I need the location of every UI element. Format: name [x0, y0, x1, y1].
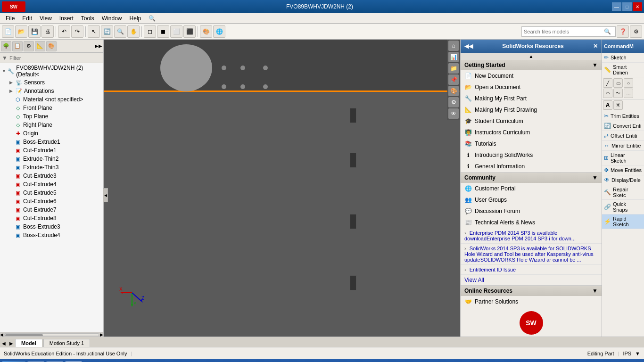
rp-discussion-forum[interactable]: 💬 Discussion Forum	[461, 206, 602, 217]
menu-view[interactable]: View	[36, 14, 56, 23]
vp-settings-icon[interactable]: ⚙	[448, 97, 459, 107]
rp-first-part[interactable]: 🔧 Making My First Part	[461, 93, 602, 104]
cmd-linear-sketch[interactable]: ⊞ Linear Sketch	[602, 151, 644, 165]
resources-panel-close[interactable]: ✕	[593, 43, 598, 49]
config-tab[interactable]: ⚙	[24, 41, 34, 51]
root-collapse-arrow[interactable]: ▼	[2, 69, 6, 74]
online-resources-header[interactable]: Online Resources ▼	[461, 286, 602, 296]
print-button[interactable]: 🖨	[41, 25, 54, 38]
rp-view-all[interactable]: View All	[461, 275, 602, 285]
redo-button[interactable]: ↷	[71, 25, 83, 38]
open-button[interactable]: 📂	[15, 25, 27, 38]
menu-tools[interactable]: Tools	[77, 14, 98, 23]
news-item-2[interactable]: › SolidWorks 2014 SP3 is available for S…	[461, 244, 602, 265]
cmd-move-entities[interactable]: ✥ Move Entities	[602, 165, 644, 175]
cmd-sketch[interactable]: ✏ Sketch	[602, 53, 644, 63]
menu-icon-search[interactable]: 🔍	[145, 14, 159, 23]
rotate-button[interactable]: 🔄	[101, 25, 113, 38]
tree-root[interactable]: ▼ 🔧 FVO89BWHVJDW2NH (2) (Default<	[0, 64, 103, 78]
rp-open-document[interactable]: 📂 Open a Document	[461, 82, 602, 93]
maximize-button[interactable]: □	[622, 2, 632, 11]
tree-item-cut-extrude4[interactable]: ▣ Cut-Extrude4	[0, 180, 103, 189]
tree-item-cut-extrude6[interactable]: ▣ Cut-Extrude6	[0, 197, 103, 206]
tab-nav-prev[interactable]: ◀	[0, 340, 8, 347]
rp-first-drawing[interactable]: 📐 Making My First Drawing	[461, 104, 602, 115]
cmd-convert[interactable]: 🔄 Convert Enti	[602, 121, 644, 131]
rp-instructors-curriculum[interactable]: 👨‍🏫 Instructors Curriculum	[461, 127, 602, 138]
cmd-mirror[interactable]: ↔ Mirror Entitie	[602, 141, 644, 151]
tree-item-cut-extrude1[interactable]: ▣ Cut-Extrude1	[0, 146, 103, 155]
new-button[interactable]: 📄	[2, 25, 14, 38]
cmd-trim[interactable]: ✂ Trim Entities	[602, 111, 644, 121]
scroll-track[interactable]	[4, 333, 99, 336]
tab-model[interactable]: Model	[15, 339, 42, 347]
expand-tabs-button[interactable]: ▶▶	[95, 43, 102, 49]
tab-motion-study[interactable]: Motion Study 1	[43, 339, 90, 347]
settings-button[interactable]: ⚙	[630, 25, 642, 38]
units-dropdown[interactable]: ▼	[635, 351, 640, 356]
cmd-line-tool[interactable]: ╱	[603, 78, 612, 88]
search-input[interactable]	[524, 29, 604, 34]
tree-item-cut-extrude7[interactable]: ▣ Cut-Extrude7	[0, 206, 103, 214]
menu-window[interactable]: Window	[98, 14, 126, 23]
tree-item-extrude-thin2[interactable]: ▣ Extrude-Thin2	[0, 155, 103, 163]
tree-item-top-plane[interactable]: ◇ Top Plane	[0, 112, 103, 121]
scene-button[interactable]: 🌐	[213, 25, 225, 38]
rp-customer-portal[interactable]: 🌐 Customer Portal	[461, 183, 602, 194]
shade-button[interactable]: ◼	[157, 25, 169, 38]
tree-item-origin[interactable]: ✚ Origin	[0, 129, 103, 138]
tree-item-sensors[interactable]: ▶ 📡 Sensors	[0, 78, 103, 87]
annotations-collapse[interactable]: ▶	[9, 89, 14, 93]
getting-started-header[interactable]: Getting Started ▼	[461, 60, 602, 70]
vp-home-icon[interactable]: ⌂	[448, 41, 459, 51]
feature-manager-tab[interactable]: 🌳	[1, 41, 11, 51]
cmd-circle-tool[interactable]: ○	[624, 78, 633, 88]
rp-tech-alerts[interactable]: 📰 Technical Alerts & News	[461, 217, 602, 228]
help-button[interactable]: ❓	[617, 25, 629, 38]
cmd-star-tool[interactable]: ✳	[613, 100, 623, 110]
panel-collapse-button[interactable]: ◀	[103, 188, 108, 202]
minimize-button[interactable]: —	[612, 2, 621, 11]
tab-nav-next[interactable]: ▶	[8, 340, 15, 347]
news-item-1[interactable]: › Enterprise PDM 2014 SP3 is available d…	[461, 228, 602, 244]
menu-help[interactable]: Help	[126, 14, 145, 23]
vp-pin-icon[interactable]: 📌	[448, 74, 459, 85]
cmd-offset[interactable]: ⇄ Offset Entiti	[602, 131, 644, 141]
cmd-rect-tool[interactable]: ▭	[613, 78, 623, 88]
rp-user-groups[interactable]: 👥 User Groups	[461, 194, 602, 206]
display-button[interactable]: ◻	[144, 25, 156, 38]
save-button[interactable]: 💾	[28, 25, 41, 38]
rp-new-document[interactable]: 📄 New Document	[461, 70, 602, 82]
scroll-up-button[interactable]: ▲	[461, 53, 602, 60]
rp-student-curriculum[interactable]: 🎓 Student Curriculum	[461, 115, 602, 127]
tree-item-boss-extrude4[interactable]: ▣ Boss-Extrude4	[0, 231, 103, 239]
cmd-smart-dimension[interactable]: 📏 Smart Dimen	[602, 63, 644, 77]
resources-panel-collapse[interactable]: ◀◀	[464, 43, 473, 49]
vp-view-icon[interactable]: 👁	[448, 108, 459, 119]
property-tab[interactable]: 📋	[12, 41, 23, 51]
tree-item-annotations[interactable]: ▶ 📝 Annotations	[0, 87, 103, 95]
cmd-rapid-sketch[interactable]: ⚡ Rapid Sketch	[602, 214, 644, 229]
sensors-collapse[interactable]: ▶	[9, 80, 14, 85]
menu-insert[interactable]: Insert	[56, 14, 77, 23]
tree-item-material[interactable]: ⬡ Material <not specified>	[0, 95, 103, 104]
tree-item-cut-extrude8[interactable]: ▣ Cut-Extrude8	[0, 214, 103, 222]
tree-item-cut-extrude5[interactable]: ▣ Cut-Extrude5	[0, 189, 103, 197]
news-item-entitlement[interactable]: › Entitlement ID Issue	[461, 265, 602, 275]
rp-introducing-sw[interactable]: ℹ Introducing SolidWorks	[461, 149, 602, 161]
scroll-thumb[interactable]	[5, 334, 43, 336]
rp-general-info[interactable]: ℹ General Information	[461, 161, 602, 172]
menu-edit[interactable]: Edit	[18, 14, 36, 23]
tree-item-front-plane[interactable]: ◇ Front Plane	[0, 104, 103, 112]
close-button[interactable]: ✕	[633, 2, 642, 11]
appearance-button[interactable]: 🎨	[200, 25, 212, 38]
scroll-right-btn[interactable]: ▶	[100, 332, 103, 337]
menu-file[interactable]: File	[2, 14, 18, 23]
rp-partner-solutions[interactable]: 🤝 Partner Solutions	[461, 296, 602, 307]
3d-viewport[interactable]: X Y Z ⌂ 📊 📁 📌 🎨 ⚙ 👁	[104, 40, 460, 337]
rp-tutorials[interactable]: 📚 Tutorials	[461, 138, 602, 149]
cmd-spline-tool[interactable]: 〜	[613, 89, 623, 98]
scroll-left-btn[interactable]: ◀	[0, 332, 3, 337]
vp-palette-icon[interactable]: 🎨	[448, 86, 459, 96]
community-header[interactable]: Community ▼	[461, 173, 602, 183]
